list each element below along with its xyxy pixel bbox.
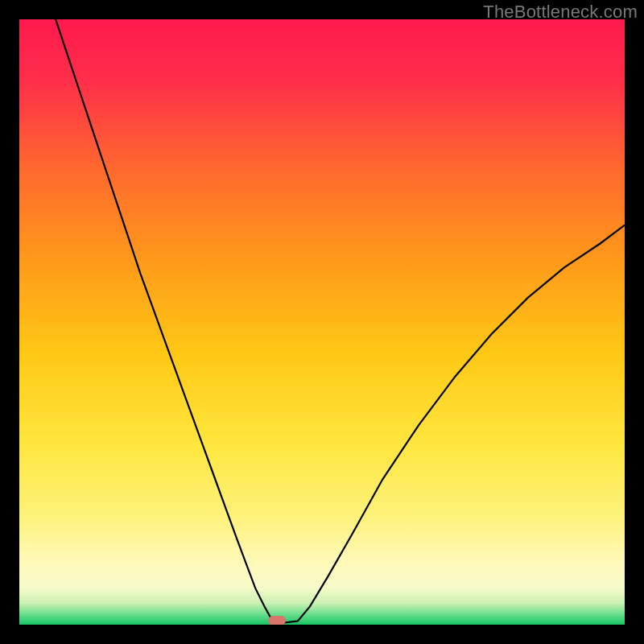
chart-svg — [19, 19, 625, 625]
chart-frame: TheBottleneck.com — [0, 0, 644, 644]
optimal-marker — [268, 616, 286, 625]
gradient-background — [19, 19, 625, 625]
watermark-text: TheBottleneck.com — [483, 2, 638, 23]
plot-area — [19, 19, 625, 625]
